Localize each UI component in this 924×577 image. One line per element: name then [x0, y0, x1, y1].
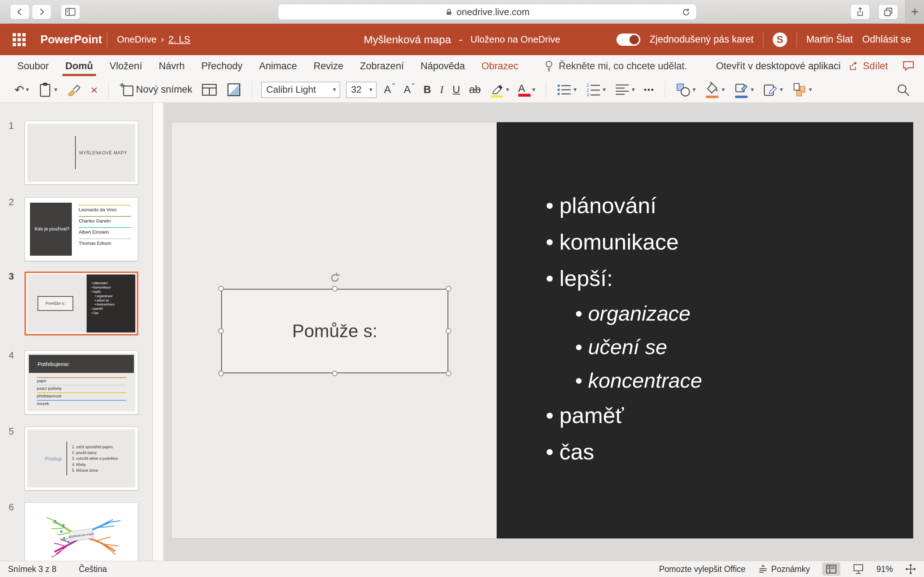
slide-dark-panel[interactable]: •plánování •komunikace •lepší: •organiza… [497, 122, 913, 538]
resize-handle-middle-left[interactable] [218, 328, 224, 334]
strikethrough-button[interactable]: ab [468, 82, 482, 97]
arrange-button[interactable]: ▾ [790, 81, 814, 99]
language-button[interactable]: Čeština [79, 564, 107, 574]
bullet-text: organizace [588, 301, 690, 325]
new-slide-button[interactable]: Nový snímek [118, 81, 194, 99]
delete-button[interactable]: × [89, 82, 99, 97]
app-launcher-button[interactable] [11, 24, 27, 55]
notes-button[interactable]: Poznámky [758, 564, 810, 574]
resize-handle-bottom-left[interactable] [218, 371, 224, 376]
tab-prechody[interactable]: Přechody [201, 55, 242, 77]
font-name-select[interactable]: Calibri Light ▾ [261, 82, 340, 98]
share-button[interactable]: Sdílet [848, 61, 888, 72]
thumbnail-slide-1[interactable]: MYŠLENKOVÉ MAPY [24, 121, 138, 185]
open-in-desktop-button[interactable]: Otevřít v desktopové aplikaci [716, 61, 841, 72]
italic-button[interactable]: I [439, 82, 445, 97]
thumbnail-slide-6[interactable]: Myšlenková mapa [24, 502, 138, 561]
breadcrumb-onedrive-link[interactable]: OneDrive [117, 34, 157, 45]
reload-icon [681, 7, 691, 17]
chevron-down-icon: ▾ [369, 86, 373, 93]
designer-button[interactable] [225, 81, 243, 99]
comments-button[interactable] [902, 60, 914, 72]
paste-button[interactable]: ▾ [36, 81, 59, 99]
thumbnail-slide-3-selected[interactable]: Pomůže s: plánování komunikace lepší: or… [24, 272, 138, 335]
tab-soubor[interactable]: Soubor [17, 55, 49, 77]
bold-button[interactable]: B [422, 82, 432, 97]
layout-button[interactable] [200, 81, 219, 98]
resize-handle-bottom-right[interactable] [446, 371, 451, 376]
tab-revize[interactable]: Revize [313, 55, 344, 77]
bullet-text: koncentrace [588, 368, 702, 392]
browser-share-button[interactable] [850, 4, 870, 19]
thumbnail-slide-4[interactable]: Potřebujeme: papír psací potřeby předsta… [24, 351, 138, 414]
shapes-button[interactable]: ▾ [674, 81, 697, 99]
resize-handle-top-left[interactable] [218, 286, 224, 292]
selected-shape[interactable]: Pomůže s: [221, 289, 448, 373]
document-title[interactable]: Myšlenková mapa [364, 34, 451, 46]
browser-forward-button[interactable] [32, 4, 51, 19]
highlight-color-button[interactable]: ▾ [488, 81, 511, 99]
slide-textbox[interactable]: Pomůže s: [221, 289, 448, 373]
zoom-level[interactable]: 91% [876, 564, 893, 574]
tab-napoveda[interactable]: Nápověda [420, 55, 465, 77]
browser-chrome: onedrive.live.com + [0, 0, 924, 24]
resize-handle-top-center[interactable] [332, 286, 338, 292]
shape-outline-button[interactable]: ▾ [732, 80, 756, 100]
fit-to-window-button[interactable] [905, 564, 916, 574]
underline-button[interactable]: U [451, 82, 462, 97]
tell-me-label: Řekněte mi, co chcete udělat. [559, 61, 687, 72]
simplified-ribbon-toggle[interactable] [617, 34, 640, 46]
edit-shape-icon [762, 82, 778, 97]
slideshow-icon [853, 563, 864, 575]
resize-handle-middle-right[interactable] [446, 328, 451, 334]
align-button[interactable]: ▾ [613, 81, 636, 99]
tab-vlozeni[interactable]: Vložení [110, 55, 142, 77]
reload-button[interactable] [681, 7, 691, 17]
bullet-text: lepší: [559, 266, 613, 291]
user-name[interactable]: Martin Šlat [806, 34, 853, 45]
search-button[interactable] [894, 81, 912, 98]
tab-obrazec-contextual[interactable]: Obrazec [481, 55, 518, 77]
tab-animace[interactable]: Animace [259, 55, 297, 77]
skype-button[interactable]: S [773, 32, 787, 47]
font-color-button[interactable]: A ▾ [517, 81, 537, 98]
numbering-button[interactable]: 123 ▾ [584, 81, 607, 99]
sign-out-link[interactable]: Odhlásit se [862, 34, 911, 45]
mini-bullet: lepší: [91, 290, 135, 294]
undo-button[interactable]: ↶▾ [13, 82, 30, 98]
slide-bullet: •komunikace [497, 224, 913, 260]
font-size-select[interactable]: 32 ▾ [346, 82, 376, 98]
mini-slide-3: Pomůže s: plánování komunikace lepší: or… [27, 274, 135, 332]
slide-bullet-list[interactable]: •plánování •komunikace •lepší: •organiza… [497, 122, 913, 470]
thumbnail-slide-2[interactable]: Kdo je používal? Leonardo da Vinci Charl… [24, 197, 138, 261]
more-options-button[interactable]: ••• [643, 84, 656, 96]
resize-handle-top-right[interactable] [446, 286, 451, 292]
grow-font-button[interactable]: Aˆ [383, 82, 396, 97]
bullet-icon: • [546, 266, 554, 291]
slide-number-3: 3 [9, 271, 14, 282]
feedback-link[interactable]: Pomozte vylepšit Office [659, 564, 746, 574]
slideshow-button[interactable] [853, 563, 864, 575]
browser-sidebar-button[interactable] [61, 4, 80, 19]
thumbnail-scrollbar[interactable] [152, 103, 164, 561]
tab-domu[interactable]: Domů [65, 55, 93, 77]
bullets-button[interactable]: ▾ [555, 81, 578, 99]
rotate-handle[interactable] [329, 272, 341, 284]
shrink-font-button[interactable]: Aˇ [402, 82, 416, 97]
thumbnail-slide-5[interactable]: Postup 1. začít uprostřed papíru 2. použ… [24, 427, 138, 490]
shape-fill-button[interactable]: ▾ [703, 80, 726, 100]
tell-me-button[interactable]: Řekněte mi, co chcete udělat. [544, 60, 687, 72]
browser-back-button[interactable] [10, 4, 30, 19]
resize-handle-bottom-center[interactable] [332, 371, 338, 376]
format-painter-button[interactable] [65, 81, 83, 99]
address-bar[interactable]: onedrive.live.com [278, 4, 696, 20]
slide-canvas[interactable]: •plánování •komunikace •lepší: •organiza… [171, 122, 914, 539]
breadcrumb-folder-link[interactable]: 2. LS [168, 34, 191, 45]
browser-tabs-button[interactable] [879, 4, 898, 19]
normal-view-button[interactable] [822, 562, 840, 575]
tab-zobrazeni[interactable]: Zobrazení [360, 55, 404, 77]
tab-navrh[interactable]: Návrh [159, 55, 185, 77]
clipboard-icon [38, 82, 52, 98]
draw-textbox-button[interactable]: ▾ [761, 81, 784, 99]
new-tab-button[interactable]: + [905, 0, 924, 24]
